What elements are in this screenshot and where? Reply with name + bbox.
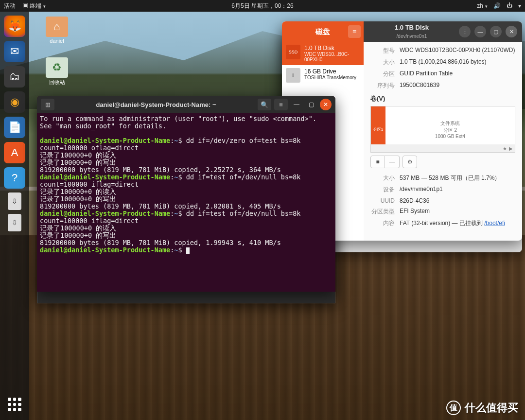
dock: 🦊 ✉ 🗂 ◉ 📄 A ? >_ ◓ ⇩ ⇩ — [0, 12, 29, 420]
delete-partition-button[interactable]: — — [385, 156, 400, 168]
terminal-titlebar[interactable]: ⊞ daniel@daniel-System-Product-Name: ~ 🔍… — [37, 96, 335, 113]
close-button[interactable]: ✕ — [320, 99, 332, 110]
window-title: daniel@daniel-System-Product-Name: ~ — [57, 101, 255, 108]
top-bar: 活动 ▣ 终端 6月5日 星期五，00：26 zh 🔊 ⏻ ▾ — [0, 0, 525, 12]
ssd-icon: SSD — [286, 45, 300, 59]
size-value: 1.0 TB (1,000,204,886,016 bytes) — [400, 58, 487, 67]
search-button[interactable]: 🔍 — [258, 99, 271, 110]
power-icon[interactable]: ⏻ — [507, 2, 512, 9]
volume-toolbar: ■ — ⚙ — [370, 156, 515, 168]
partitioning-value: GUID Partition Table — [400, 70, 453, 78]
dock-removable-drive-2[interactable]: ⇩ — [8, 214, 21, 231]
volume-settings-button[interactable]: ⚙ — [402, 156, 417, 168]
disk-details-pane: 型号WDC WDS100T2B0C-00PXH0 (211070WD) 大小1.… — [364, 42, 522, 241]
dock-help[interactable]: ? — [4, 167, 25, 189]
vol-uuid-value: 826D-4C36 — [400, 197, 429, 204]
volume-icon[interactable]: 🔊 — [493, 2, 501, 9]
trash-icon: ♻ — [46, 57, 68, 78]
vol-device-value: /dev/nvme0n1p1 — [400, 186, 443, 194]
vol-ptype-value: EFI System — [400, 208, 430, 216]
show-applications-button[interactable] — [5, 395, 24, 414]
vol-size-value: 537 MB — 528 MB 可用（已用 1.7%） — [400, 174, 500, 182]
dock-removable-drive-1[interactable]: ⇩ — [8, 192, 21, 210]
drive-menu-button[interactable]: ⋮ — [459, 26, 471, 37]
watermark: 值 什么值得买 — [446, 401, 518, 415]
dock-thunderbird[interactable]: ✉ — [4, 41, 25, 62]
current-app-menu[interactable]: ▣ 终端 — [22, 2, 46, 10]
dock-libreoffice-writer[interactable]: 📄 — [4, 117, 25, 138]
close-button[interactable]: ✕ — [506, 26, 517, 37]
serial-value: 19500C801639 — [400, 82, 439, 90]
maximize-button[interactable]: ▢ — [490, 26, 502, 37]
unmount-button[interactable]: ■ — [370, 156, 385, 168]
cursor — [186, 247, 190, 254]
desktop-trash[interactable]: ♻ 回收站 — [40, 57, 74, 86]
home-folder-icon: ⌂ — [46, 17, 68, 37]
desktop-icon-label: daniel — [40, 38, 74, 44]
clock[interactable]: 6月5日 星期五，00：26 — [231, 2, 293, 10]
activities-button[interactable]: 活动 — [4, 2, 16, 10]
desktop-home-folder[interactable]: ⌂ daniel — [40, 17, 74, 44]
dock-files[interactable]: 🗂 — [4, 66, 25, 88]
terminal-output[interactable]: To run a command as administrator (user … — [37, 113, 335, 292]
new-tab-button[interactable]: ⊞ — [41, 99, 54, 110]
system-menu-chevron-icon[interactable]: ▾ — [518, 2, 521, 9]
mount-point-link[interactable]: /boot/efi — [484, 220, 505, 227]
vol-content-value: FAT (32-bit version) — 已挂载到 /boot/efi — [400, 219, 505, 228]
play-icon[interactable]: ▶ — [509, 146, 513, 151]
star-icon[interactable]: ★ — [503, 146, 507, 151]
selected-disk-title: 1.0 TB Disk /dev/nvme0n1 — [368, 24, 455, 40]
hamburger-menu-button[interactable]: ≡ — [274, 99, 288, 110]
model-value: WDC WDS100T2B0C-00PXH0 (211070WD) — [400, 47, 515, 55]
usb-drive-icon: ⇩ — [286, 68, 300, 83]
volumes-heading: 卷(V) — [370, 94, 515, 103]
terminal-window: ⊞ daniel@daniel-System-Product-Name: ~ 🔍… — [37, 96, 335, 292]
disks-app-title: 磁盘 ≡ — [282, 21, 364, 42]
dock-rhythmbox[interactable]: ◉ — [4, 91, 25, 113]
minimize-button[interactable]: — — [474, 26, 486, 37]
volume-nav: ★ ▶ — [371, 144, 515, 152]
input-method-indicator[interactable]: zh — [477, 2, 488, 9]
app-menu-button[interactable]: ≡ — [348, 25, 361, 38]
volume-layout: 分区1 文件系统 分区 2 1000 GB Ext4 ★ ▶ — [370, 106, 515, 153]
desktop-icon-label: 回收站 — [40, 79, 74, 86]
dock-firefox[interactable]: 🦊 — [4, 16, 25, 37]
minimize-button[interactable]: — — [291, 99, 302, 110]
dock-ubuntu-software[interactable]: A — [4, 142, 25, 163]
watermark-icon: 值 — [446, 401, 461, 415]
disks-titlebar[interactable]: 磁盘 ≡ 1.0 TB Disk /dev/nvme0n1 ⋮ — ▢ ✕ — [282, 21, 522, 42]
drive-item-ssd[interactable]: SSD 1.0 TB DiskWDC WDS10...B0C-00PXH0 — [282, 42, 364, 65]
drive-item-usb[interactable]: ⇩ 16 GB DriveTOSHIBA TransMemory — [282, 65, 364, 86]
maximize-button[interactable]: ▢ — [305, 99, 317, 110]
